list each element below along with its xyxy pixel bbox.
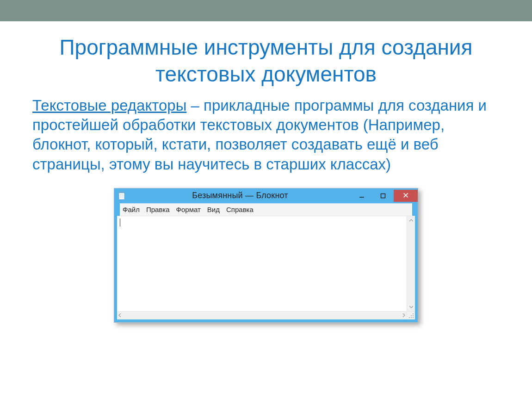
notepad-illustration: Безымянный — Блокнот ✕ Файл Правка [32,188,500,323]
slide-top-bar [0,0,532,21]
scroll-down-icon [407,303,415,311]
notepad-body-wrap: Файл Правка Формат Вид Справка [114,203,418,322]
window-controls: ✕ [351,190,418,202]
slide-content: Программные инструменты для создания тек… [0,21,532,323]
maximize-button[interactable] [372,190,394,202]
close-button[interactable]: ✕ [394,190,418,202]
svg-point-7 [413,313,414,314]
menu-file[interactable]: Файл [123,206,140,213]
close-icon: ✕ [402,191,409,200]
slide-paragraph: Текстовые редакторы – прикладные програм… [32,96,500,174]
menu-format[interactable]: Формат [176,206,201,213]
svg-rect-1 [119,192,124,193]
notepad-bottom-scroll-row [117,311,415,319]
menu-help[interactable]: Справка [226,206,254,213]
notepad-menubar: Файл Правка Формат Вид Справка [120,203,412,216]
notepad-titlebar[interactable]: Безымянный — Блокнот ✕ [114,188,418,203]
notepad-window-title: Безымянный — Блокнот [129,191,351,200]
horizontal-scrollbar[interactable] [117,311,407,319]
menu-edit[interactable]: Правка [146,206,170,213]
text-cursor [120,219,120,226]
notepad-window: Безымянный — Блокнот ✕ Файл Правка [114,188,418,323]
notepad-app-icon [118,191,125,200]
resize-grip[interactable] [407,311,415,319]
svg-point-8 [411,315,412,316]
svg-point-9 [413,315,414,316]
svg-point-10 [409,317,410,318]
notepad-client-area [117,216,415,311]
vertical-scrollbar[interactable] [407,216,415,311]
svg-rect-6 [381,194,385,198]
menu-view[interactable]: Вид [207,206,220,213]
scroll-up-icon [407,216,415,225]
term-text-editors: Текстовые редакторы [32,97,186,114]
scroll-left-icon [118,312,122,318]
svg-point-12 [413,317,414,318]
slide-title: Программные инструменты для создания тек… [32,34,500,88]
notepad-text-area[interactable] [117,216,407,311]
scroll-right-icon [402,312,406,318]
svg-point-11 [411,317,412,318]
minimize-button[interactable] [351,190,372,202]
